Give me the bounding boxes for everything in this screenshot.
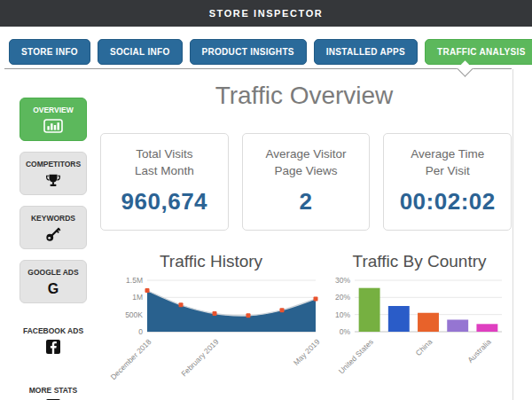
stat-card-time-per-visit: Average Time Per Visit 00:02:02 bbox=[383, 133, 512, 231]
sidebar-item-label: OVERVIEW bbox=[33, 106, 74, 114]
svg-text:China: China bbox=[414, 337, 434, 357]
key-icon bbox=[45, 226, 61, 242]
panel-right-border bbox=[512, 69, 513, 400]
sidebar-item-more-stats[interactable]: MORE STATS bbox=[20, 379, 86, 400]
tab-store-info[interactable]: STORE INFO bbox=[9, 39, 90, 65]
tab-installed-apps[interactable]: INSTALLED APPS bbox=[314, 39, 418, 65]
stat-card-page-views: Average Visitor Page Views 2 bbox=[242, 133, 371, 231]
svg-text:1M: 1M bbox=[132, 293, 143, 302]
svg-text:G: G bbox=[48, 281, 59, 296]
sidebar-item-label: GOOGLE ADS bbox=[27, 268, 78, 277]
svg-text:Australia: Australia bbox=[466, 337, 493, 365]
sidebar-item-competitors[interactable]: COMPETITORS bbox=[20, 152, 87, 195]
svg-text:10%: 10% bbox=[335, 310, 350, 319]
stat-card-label: Total Visits Last Month bbox=[105, 146, 224, 180]
trophy-icon bbox=[45, 172, 61, 188]
stat-card-value: 00:02:02 bbox=[387, 188, 507, 216]
stat-cards: Total Visits Last Month 960,674 Average … bbox=[100, 133, 512, 231]
tab-product-insights[interactable]: PRODUCT INSIGHTS bbox=[190, 39, 307, 65]
svg-text:May 2019: May 2019 bbox=[292, 337, 322, 367]
app-header: STORE INSPECTOR bbox=[0, 0, 532, 27]
stat-card-value: 960,674 bbox=[105, 188, 224, 216]
traffic-by-country-chart: 0%10%20%30%United StatesChinaAustralia bbox=[330, 273, 509, 396]
svg-text:United States: United States bbox=[337, 337, 375, 375]
svg-text:0: 0 bbox=[138, 327, 143, 336]
tab-social-info[interactable]: SOCIAL INFO bbox=[98, 39, 183, 65]
stat-card-label: Average Visitor Page Views bbox=[246, 146, 366, 180]
sidebar-item-overview[interactable]: OVERVIEW bbox=[20, 98, 87, 141]
sidebar-item-facebook-ads[interactable]: FACEBOOK ADS bbox=[20, 319, 86, 361]
stat-card-value: 2 bbox=[246, 188, 366, 216]
svg-text:0%: 0% bbox=[340, 327, 351, 336]
svg-text:1.5M: 1.5M bbox=[126, 276, 143, 285]
stat-card-label: Average Time Per Visit bbox=[387, 146, 507, 180]
sidebar: OVERVIEW COMPETITORS KEYWORDS GOOGLE ADS… bbox=[12, 98, 94, 400]
facebook-icon bbox=[46, 339, 60, 355]
app-title: STORE INSPECTOR bbox=[209, 8, 324, 19]
svg-text:500K: 500K bbox=[125, 310, 143, 319]
svg-text:20%: 20% bbox=[335, 293, 350, 302]
sidebar-item-label: MORE STATS bbox=[29, 386, 77, 395]
svg-text:February 2019: February 2019 bbox=[179, 337, 220, 378]
sidebar-item-label: COMPETITORS bbox=[26, 160, 81, 169]
tab-separator-line bbox=[4, 68, 512, 69]
traffic-history-chart: 0500K1M1.5MDecember 2018February 2019May… bbox=[99, 273, 323, 396]
svg-text:30%: 30% bbox=[335, 276, 350, 285]
tab-bar: STORE INFO SOCIAL INFO PRODUCT INSIGHTS … bbox=[9, 39, 521, 65]
traffic-by-country-title: Traffic By Country bbox=[330, 252, 509, 271]
traffic-by-country-section: Traffic By Country 0%10%20%30%United Sta… bbox=[330, 252, 509, 396]
sidebar-item-label: FACEBOOK ADS bbox=[23, 326, 83, 335]
sidebar-item-google-ads[interactable]: GOOGLE ADS G bbox=[20, 260, 87, 303]
tab-traffic-analysis[interactable]: TRAFFIC ANALYSIS bbox=[425, 39, 532, 65]
page-title: Traffic Overview bbox=[96, 82, 512, 110]
bar-chart-icon bbox=[43, 118, 63, 134]
google-g-icon: G bbox=[45, 280, 61, 296]
sidebar-item-keywords[interactable]: KEYWORDS bbox=[20, 206, 87, 249]
traffic-history-section: Traffic History 0500K1M1.5MDecember 2018… bbox=[99, 252, 323, 396]
traffic-history-title: Traffic History bbox=[99, 252, 323, 271]
sidebar-item-label: KEYWORDS bbox=[31, 214, 75, 223]
stat-card-total-visits: Total Visits Last Month 960,674 bbox=[100, 133, 229, 231]
svg-text:December 2018: December 2018 bbox=[109, 337, 153, 381]
